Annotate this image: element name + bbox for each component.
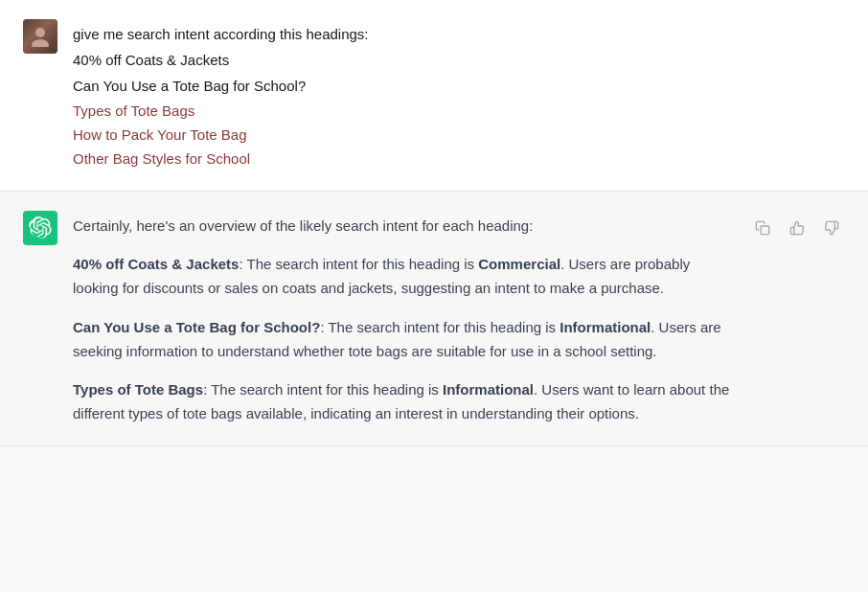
item3-intent: Informational — [443, 381, 534, 398]
item1-intent: Commercial — [478, 256, 560, 272]
assistant-item-1: 40% off Coats & Jackets: The search inte… — [73, 253, 734, 301]
heading-link-2[interactable]: How to Pack Your Tote Bag — [73, 124, 845, 148]
svg-rect-2 — [761, 226, 769, 235]
copy-button[interactable] — [749, 215, 776, 241]
openai-icon — [29, 216, 52, 239]
item3-colon: : The search intent for this heading is — [203, 381, 443, 398]
thumbup-button[interactable] — [784, 215, 811, 241]
message-actions — [749, 211, 845, 241]
heading-link-3[interactable]: Other Bag Styles for School — [73, 148, 845, 171]
heading-plain-2: Can You Use a Tote Bag for School? — [73, 75, 845, 99]
assistant-intro: Certainly, here's an overview of the lik… — [73, 215, 734, 239]
heading-plain-1: 40% off Coats & Jackets — [73, 49, 845, 73]
user-avatar — [23, 19, 57, 54]
heading-link-1[interactable]: Types of Tote Bags — [73, 100, 845, 124]
user-message-content: give me search intent according this hea… — [73, 19, 845, 171]
item3-heading: Types of Tote Bags — [73, 381, 203, 398]
user-intro: give me search intent according this hea… — [73, 23, 845, 47]
item1-colon: : The search intent for this heading is — [239, 256, 478, 272]
assistant-avatar — [23, 211, 57, 245]
assistant-message-row: Certainly, here's an overview of the lik… — [0, 192, 868, 446]
thumbdown-button[interactable] — [818, 215, 845, 241]
item2-colon: : The search intent for this heading is — [320, 319, 560, 335]
item1-heading: 40% off Coats & Jackets — [73, 256, 239, 272]
svg-point-1 — [32, 39, 49, 47]
item2-intent: Informational — [560, 319, 651, 335]
item2-heading: Can You Use a Tote Bag for School? — [73, 319, 320, 335]
assistant-item-2: Can You Use a Tote Bag for School?: The … — [73, 316, 734, 364]
chat-container: give me search intent according this hea… — [0, 0, 868, 446]
svg-point-0 — [35, 28, 45, 37]
thumbdown-icon — [824, 220, 839, 236]
copy-icon — [755, 220, 770, 236]
assistant-item-3: Types of Tote Bags: The search intent fo… — [73, 378, 734, 426]
thumbup-icon — [789, 220, 805, 236]
user-avatar-image — [23, 19, 57, 54]
user-message-row: give me search intent according this hea… — [0, 0, 868, 192]
assistant-message-content: Certainly, here's an overview of the lik… — [73, 211, 734, 426]
